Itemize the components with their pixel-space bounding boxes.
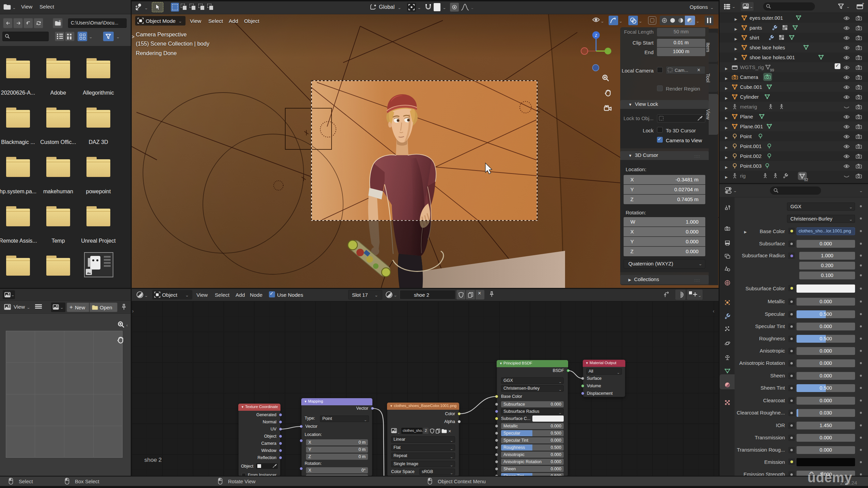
svg-text:Z: Z xyxy=(595,33,597,37)
